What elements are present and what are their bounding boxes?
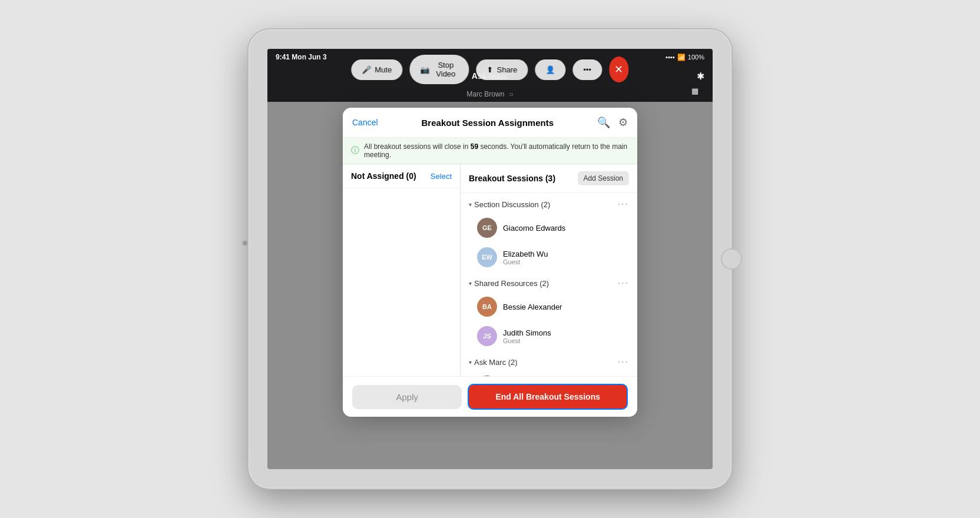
search-icon[interactable]: 🔍 [597, 116, 610, 129]
section-shared-name: Shared Resources (2) [474, 279, 549, 288]
bessie-avatar: BA [477, 297, 497, 317]
status-icons: ▪▪▪▪ 📶 100% [666, 54, 704, 61]
left-panel-header: Not Assigned (0) Select [343, 164, 460, 188]
section-discussion-more-icon[interactable]: ··· [618, 199, 629, 210]
participants-button[interactable]: 👤 [535, 59, 565, 80]
elizabeth-name: Elizabeth Wu [503, 250, 629, 258]
ipad-side-button [243, 241, 247, 245]
ipad-screen: 9:41 Mon Jun 3 ▪▪▪▪ 📶 100% Ask Marc ✱ Ma… [267, 49, 713, 469]
bottom-toolbar: 🎤 Mute 📷 Stop Video ⬆ Share 👤 ••• [351, 55, 628, 84]
person-icon: 👤 [545, 65, 555, 74]
share-icon: ⬆ [487, 65, 494, 74]
modal-header: Cancel Breakout Session Assignments 🔍 ⚙ [343, 108, 637, 138]
more-button[interactable]: ••• [572, 59, 602, 80]
right-panel: Breakout Sessions (3) Add Session ▾ Sect… [461, 164, 637, 376]
battery-text: 100% [688, 54, 704, 61]
section-discussion-left: ▾ Section Discussion (2) [469, 200, 550, 209]
stop-video-button[interactable]: 📷 Stop Video [409, 55, 469, 84]
apply-button[interactable]: Apply [352, 385, 462, 409]
status-time: 9:41 Mon Jun 3 [276, 53, 327, 61]
judith-role: Guest [503, 337, 629, 344]
share-label: Share [497, 65, 518, 74]
giacomo-info: Giacomo Edwards [503, 224, 629, 233]
end-call-button[interactable]: ✕ [609, 57, 629, 82]
alert-text: All breakout sessions will close in 59 s… [364, 142, 629, 159]
giacomo-avatar: GE [477, 218, 497, 238]
chevron-down-icon-3: ▾ [469, 359, 472, 366]
judith-info: Judith Simons Guest [503, 328, 629, 344]
bessie-info: Bessie Alexander [503, 303, 629, 311]
countdown: 59 [471, 142, 478, 151]
mic-icon: 🎤 [362, 65, 371, 74]
mute-label: Mute [375, 65, 392, 74]
end-call-icon: ✕ [614, 63, 623, 76]
left-panel: Not Assigned (0) Select [343, 164, 461, 376]
section-askmarc-header: ▾ Ask Marc (2) ··· [461, 351, 637, 371]
participant-brandon: BB Brandon Burke [461, 371, 637, 376]
participant-judith: JS Judith Simons Guest [461, 321, 637, 351]
more-icon: ••• [583, 65, 591, 74]
modal-body: Not Assigned (0) Select Breakout Session… [343, 164, 637, 376]
bluetooth-icon: ✱ [697, 71, 704, 82]
modal-header-icons: 🔍 ⚙ [597, 116, 628, 129]
breakout-modal: Cancel Breakout Session Assignments 🔍 ⚙ … [343, 108, 637, 417]
not-assigned-title: Not Assigned (0) [351, 171, 416, 181]
ipad-device: 9:41 Mon Jun 3 ▪▪▪▪ 📶 100% Ask Marc ✱ Ma… [249, 29, 731, 489]
end-all-button[interactable]: End All Breakout Sessions [468, 384, 628, 410]
section-shared-left: ▾ Shared Resources (2) [469, 279, 549, 288]
sessions-list: ▾ Section Discussion (2) ··· GE Gi [461, 193, 637, 376]
alert-banner: ⓘ All breakout sessions will close in 59… [343, 138, 637, 164]
section-askmarc-name: Ask Marc (2) [474, 358, 518, 367]
participant-elizabeth: EW Elizabeth Wu Guest [461, 243, 637, 272]
breakout-sessions-title: Breakout Sessions (3) [469, 174, 555, 183]
section-askmarc-left: ▾ Ask Marc (2) [469, 358, 518, 367]
section-discussion-header: ▾ Section Discussion (2) ··· [461, 193, 637, 213]
video-icon: 📷 [420, 65, 429, 74]
subtitle-bar: Marc Brown ○ ▦ [267, 87, 713, 102]
elizabeth-avatar: EW [477, 247, 497, 267]
signal-icon: ▪▪▪▪ [666, 54, 675, 61]
wifi-icon: 📶 [677, 54, 686, 61]
section-askmarc-more-icon[interactable]: ··· [618, 357, 629, 367]
judith-name: Judith Simons [503, 328, 629, 337]
info-icon: ⓘ [351, 145, 359, 156]
stop-video-label: Stop Video [433, 61, 458, 78]
modal-footer: Apply End All Breakout Sessions [343, 376, 637, 417]
judith-avatar: JS [477, 326, 497, 346]
section-shared-header: ▾ Shared Resources (2) ··· [461, 272, 637, 292]
ipad-home-button[interactable] [721, 248, 742, 270]
chevron-down-icon: ▾ [469, 201, 472, 208]
bessie-name: Bessie Alexander [503, 303, 629, 311]
participant-bessie: BA Bessie Alexander [461, 292, 637, 321]
add-session-button[interactable]: Add Session [578, 171, 629, 185]
section-discussion-name: Section Discussion (2) [474, 200, 550, 209]
cancel-button[interactable]: Cancel [352, 118, 378, 127]
giacomo-name: Giacomo Edwards [503, 224, 629, 233]
subtitle-text: Marc Brown [466, 90, 504, 98]
gear-icon[interactable]: ⚙ [618, 116, 628, 129]
section-shared-more-icon[interactable]: ··· [618, 278, 629, 288]
right-panel-header: Breakout Sessions (3) Add Session [461, 164, 637, 193]
mute-button[interactable]: 🎤 Mute [351, 59, 402, 80]
modal-title: Breakout Session Assignments [422, 118, 554, 128]
participant-giacomo: GE Giacomo Edwards [461, 213, 637, 243]
modal-overlay: Cancel Breakout Session Assignments 🔍 ⚙ … [267, 102, 713, 108]
subtitle-icon: ○ [509, 90, 513, 98]
elizabeth-role: Guest [503, 258, 629, 265]
share-button[interactable]: ⬆ Share [476, 59, 528, 80]
elizabeth-info: Elizabeth Wu Guest [503, 250, 629, 265]
chevron-down-icon-2: ▾ [469, 280, 472, 287]
select-button[interactable]: Select [431, 172, 452, 181]
alert-text-before: All breakout sessions will close in [364, 142, 471, 151]
screen-icon: ▦ [691, 87, 698, 95]
